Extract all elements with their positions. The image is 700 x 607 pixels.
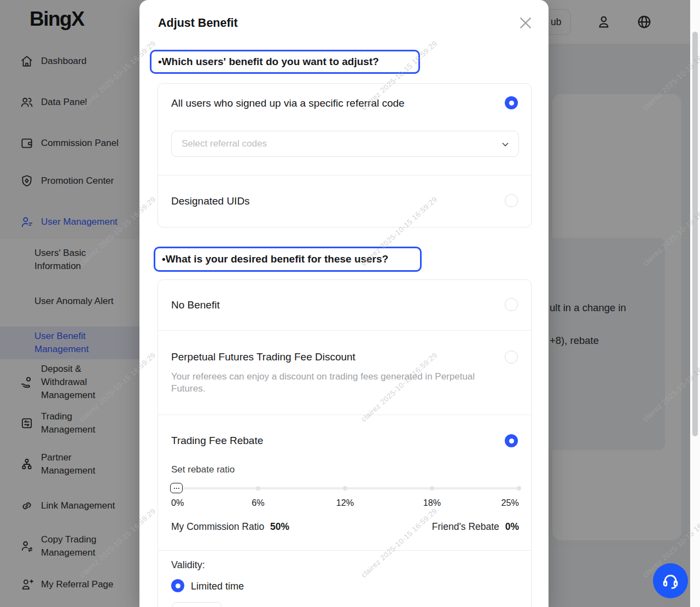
- scrollbar-track: [690, 0, 700, 607]
- commission-row: My Commission Ratio 50% Friend's Rebate …: [171, 521, 519, 533]
- scrollbar-thumb[interactable]: [692, 32, 698, 436]
- slider-scale-label: 25%: [501, 498, 519, 508]
- option-no-benefit-radio[interactable]: [505, 298, 518, 311]
- slider-tick: [430, 486, 434, 491]
- set-rebate-ratio-label: Set rebate ratio: [171, 464, 235, 475]
- option-designated-uids-label: Designated UIDs: [171, 195, 250, 207]
- chevron-down-icon: [501, 140, 510, 149]
- option-futures-discount-radio[interactable]: [505, 351, 518, 364]
- modal-title: Adjust Benefit: [158, 16, 238, 30]
- benefit-options-card: No Benefit Perpetual Futures Trading Fee…: [158, 279, 532, 607]
- validity-duration-input[interactable]: [172, 602, 221, 607]
- audience-options-card: All users who signed up via a specific r…: [158, 83, 532, 227]
- slider-handle[interactable]: [170, 483, 183, 493]
- limited-time-label: Limited time: [191, 581, 244, 592]
- screen: ult in a change in +8), rebate BingX Das…: [0, 0, 700, 607]
- slider-tick: [517, 486, 521, 491]
- friend-rebate-value: 0%: [505, 521, 519, 532]
- question-which-users: •Which users' benefit do you want to adj…: [150, 50, 420, 74]
- commission-ratio-label: My Commission Ratio: [171, 521, 264, 532]
- option-referral-code-radio[interactable]: [505, 96, 518, 109]
- slider-tick: [343, 486, 347, 491]
- referral-codes-select[interactable]: Select referral codes: [171, 131, 519, 157]
- select-placeholder: Select referral codes: [182, 138, 267, 149]
- validity-label: Validity:: [171, 559, 205, 571]
- slider-tick: [256, 486, 260, 491]
- option-futures-discount-label: Perpetual Futures Trading Fee Discount: [171, 351, 355, 363]
- headset-icon: [661, 571, 680, 590]
- slider-scale-label: 18%: [423, 498, 441, 508]
- option-futures-discount-description: Your referees can enjoy a discount on tr…: [171, 371, 488, 395]
- slider-scale-label: 12%: [336, 498, 354, 508]
- divider: [158, 175, 531, 176]
- slider-scale-labels: 0%6%12%18%25%: [171, 498, 519, 510]
- slider-scale-label: 6%: [252, 498, 264, 508]
- divider: [158, 415, 531, 415]
- option-fee-rebate-label: Trading Fee Rebate: [171, 435, 263, 447]
- slider-scale-label: 0%: [171, 498, 184, 508]
- commission-ratio-value: 50%: [270, 521, 289, 532]
- option-referral-code-label: All users who signed up via a specific r…: [171, 97, 405, 109]
- option-designated-uids-radio[interactable]: [505, 194, 518, 207]
- option-no-benefit-label: No Benefit: [171, 299, 220, 311]
- support-button[interactable]: [653, 563, 688, 598]
- divider: [158, 330, 531, 331]
- rebate-ratio-slider: [171, 481, 519, 494]
- question-desired-benefit: •What is your desired benefit for these …: [154, 247, 422, 272]
- option-fee-rebate-radio[interactable]: [505, 434, 518, 447]
- limited-time-radio[interactable]: [171, 579, 184, 592]
- close-icon[interactable]: [517, 14, 534, 32]
- friend-rebate-label: Friend's Rebate: [432, 521, 499, 532]
- adjust-benefit-modal: Adjust Benefit •Which users' benefit do …: [139, 0, 549, 607]
- divider: [158, 550, 531, 551]
